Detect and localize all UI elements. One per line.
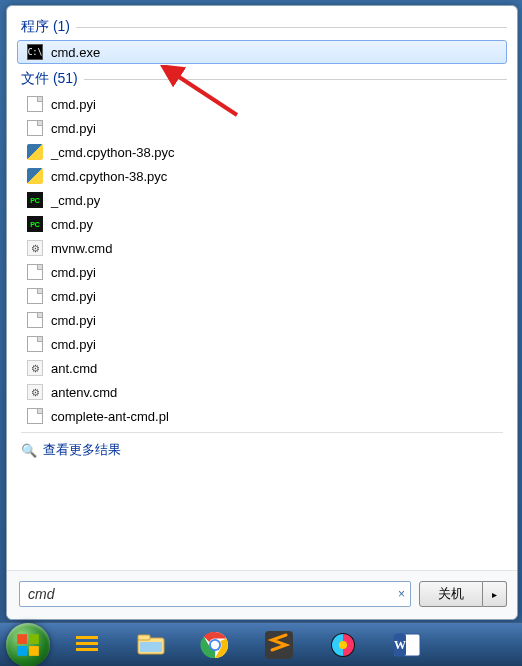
file-result-item[interactable]: _cmd.cpython-38.pyc: [17, 140, 507, 164]
shutdown-button[interactable]: 关机: [419, 581, 483, 607]
file-icon: [27, 264, 43, 280]
file-result-item-label: antenv.cmd: [51, 385, 117, 400]
svg-rect-9: [138, 635, 150, 640]
swirl-icon: [327, 629, 359, 661]
taskbar-item-colorful-app[interactable]: [312, 625, 374, 665]
search-results-area: 程序 (1) C:\cmd.exe 文件 (51) cmd.pyicmd.pyi…: [7, 6, 517, 570]
programs-result-list: C:\cmd.exe: [11, 38, 513, 66]
file-result-item[interactable]: ⚙mvnw.cmd: [17, 236, 507, 260]
file-result-item-label: ant.cmd: [51, 361, 97, 376]
py-icon: [27, 144, 43, 160]
taskbar: W: [0, 622, 522, 666]
explorer-icon: [135, 629, 167, 661]
file-result-item[interactable]: cmd.pyi: [17, 332, 507, 356]
svg-rect-1: [17, 634, 27, 644]
file-result-item-label: cmd.pyi: [51, 121, 96, 136]
clear-search-icon[interactable]: ×: [398, 587, 405, 601]
svg-point-13: [211, 640, 219, 648]
programs-section-label: 程序 (1): [21, 18, 70, 36]
files-section-header: 文件 (51): [11, 66, 513, 90]
file-result-item[interactable]: cmd.pyi: [17, 116, 507, 140]
file-result-item-label: _cmd.cpython-38.pyc: [51, 145, 175, 160]
file-result-item[interactable]: ⚙ant.cmd: [17, 356, 507, 380]
menu-icon: [71, 629, 103, 661]
gear-icon: ⚙: [27, 384, 43, 400]
start-bottom-bar: × 关机 ▸: [7, 570, 517, 619]
taskbar-item-file-explorer[interactable]: [120, 625, 182, 665]
programs-section-header: 程序 (1): [11, 14, 513, 38]
file-result-item-label: cmd.py: [51, 217, 93, 232]
taskbar-item-sublime-text[interactable]: [248, 625, 310, 665]
py-icon: [27, 168, 43, 184]
file-icon: [27, 408, 43, 424]
shutdown-options-button[interactable]: ▸: [483, 581, 507, 607]
shutdown-button-group: 关机 ▸: [419, 581, 507, 607]
svg-rect-4: [29, 646, 39, 656]
file-icon: [27, 120, 43, 136]
file-icon: [27, 312, 43, 328]
svg-rect-10: [140, 642, 162, 652]
svg-point-16: [339, 641, 347, 649]
file-result-item-label: cmd.pyi: [51, 313, 96, 328]
search-icon: 🔍: [21, 443, 37, 458]
search-input[interactable]: [19, 581, 411, 607]
svg-rect-7: [76, 648, 98, 651]
file-result-item[interactable]: cmd.pyi: [17, 92, 507, 116]
file-result-item[interactable]: complete-ant-cmd.pl: [17, 404, 507, 428]
search-input-wrap: ×: [19, 581, 411, 607]
file-result-item[interactable]: PC_cmd.py: [17, 188, 507, 212]
gear-icon: ⚙: [27, 360, 43, 376]
file-result-item[interactable]: PCcmd.py: [17, 212, 507, 236]
files-result-list: cmd.pyicmd.pyi_cmd.cpython-38.pyccmd.cpy…: [11, 90, 513, 430]
file-result-item-label: complete-ant-cmd.pl: [51, 409, 169, 424]
file-result-item-label: cmd.pyi: [51, 337, 96, 352]
chrome-icon: [199, 629, 231, 661]
svg-text:W: W: [394, 638, 406, 652]
program-result-item-label: cmd.exe: [51, 45, 100, 60]
taskbar-item-word[interactable]: W: [376, 625, 438, 665]
file-result-item-label: cmd.cpython-38.pyc: [51, 169, 167, 184]
start-button[interactable]: [6, 623, 50, 667]
file-result-item[interactable]: cmd.pyi: [17, 260, 507, 284]
see-more-results-link[interactable]: 🔍 查看更多结果: [11, 435, 513, 463]
taskbar-item-chrome[interactable]: [184, 625, 246, 665]
word-icon: W: [391, 629, 423, 661]
gear-icon: ⚙: [27, 240, 43, 256]
file-icon: [27, 96, 43, 112]
sublime-icon: [263, 629, 295, 661]
windows-logo-icon: [15, 632, 41, 658]
svg-rect-2: [29, 634, 39, 644]
program-result-item[interactable]: C:\cmd.exe: [17, 40, 507, 64]
file-result-item-label: _cmd.py: [51, 193, 100, 208]
file-result-item[interactable]: ⚙antenv.cmd: [17, 380, 507, 404]
svg-rect-6: [76, 642, 98, 645]
start-search-panel: 程序 (1) C:\cmd.exe 文件 (51) cmd.pyicmd.pyi…: [6, 5, 518, 620]
file-result-item-label: cmd.pyi: [51, 97, 96, 112]
svg-rect-3: [17, 646, 27, 656]
file-result-item[interactable]: cmd.pyi: [17, 308, 507, 332]
svg-rect-5: [76, 636, 98, 639]
pc-icon: PC: [27, 216, 43, 232]
file-result-item-label: cmd.pyi: [51, 289, 96, 304]
cmd-icon: C:\: [27, 44, 43, 60]
file-result-item[interactable]: cmd.pyi: [17, 284, 507, 308]
results-divider: [21, 432, 503, 433]
file-icon: [27, 336, 43, 352]
file-result-item-label: cmd.pyi: [51, 265, 96, 280]
file-result-item[interactable]: cmd.cpython-38.pyc: [17, 164, 507, 188]
file-result-item-label: mvnw.cmd: [51, 241, 112, 256]
see-more-label: 查看更多结果: [43, 441, 121, 459]
pc-icon: PC: [27, 192, 43, 208]
taskbar-items: W: [56, 625, 438, 665]
files-section-label: 文件 (51): [21, 70, 78, 88]
file-icon: [27, 288, 43, 304]
taskbar-item-menu-app[interactable]: [56, 625, 118, 665]
